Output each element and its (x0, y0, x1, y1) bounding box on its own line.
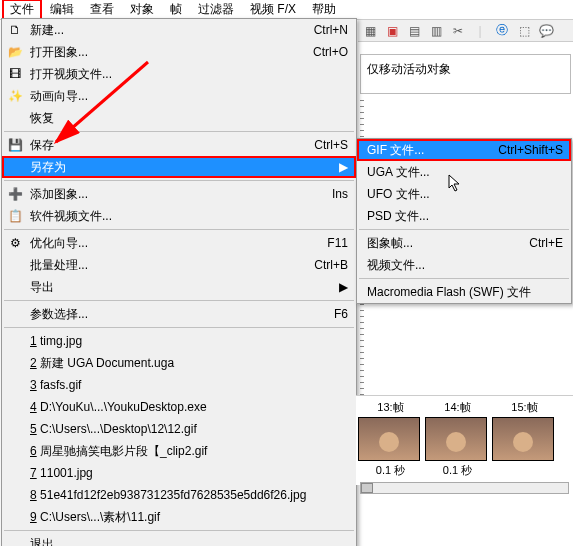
menu-add-image[interactable]: ➕ 添加图象... Ins (2, 183, 356, 205)
tool-chat-icon[interactable]: 💬 (538, 24, 554, 38)
menu-params[interactable]: 参数选择... F6 (2, 303, 356, 325)
blank-icon (6, 110, 24, 126)
soft-icon: 📋 (6, 208, 24, 224)
separator (4, 530, 354, 531)
submenu-ufo[interactable]: UFO 文件... (357, 183, 571, 205)
tool-paste-icon[interactable]: ▥ (428, 24, 444, 38)
blank-icon (6, 159, 24, 175)
submenu-image-frame[interactable]: 图象帧... Ctrl+E (357, 232, 571, 254)
save-as-submenu: GIF 文件... Ctrl+Shift+S UGA 文件... UFO 文件.… (356, 138, 572, 304)
status-text: 仅移动活动对象 (360, 54, 571, 94)
menu-batch[interactable]: 批量处理... Ctrl+B (2, 254, 356, 276)
recent-6[interactable]: 6 周星驰搞笑电影片段【_clip2.gif (2, 440, 356, 462)
menu-anim-wizard[interactable]: ✨ 动画向导... (2, 85, 356, 107)
toolbar: ▦ ▣ ▤ ▥ ✂ | ⓔ ⬚ 💬 (358, 20, 573, 42)
recent-9[interactable]: 9 C:\Users\...\素材\11.gif (2, 506, 356, 528)
menu-filter[interactable]: 过滤器 (190, 0, 242, 20)
menu-edit[interactable]: 编辑 (42, 0, 82, 20)
optimize-icon: ⚙ (6, 235, 24, 251)
tool-window-icon[interactable]: ▣ (384, 24, 400, 38)
tool-sep: | (472, 24, 488, 38)
video-icon: 🎞 (6, 66, 24, 82)
save-icon: 💾 (6, 137, 24, 153)
recent-5[interactable]: 5 C:\Users\...\Desktop\12\12.gif (2, 418, 356, 440)
menu-new[interactable]: 🗋 新建... Ctrl+N (2, 19, 356, 41)
blank-icon (6, 536, 24, 546)
menu-open-image[interactable]: 📂 打开图象... Ctrl+O (2, 41, 356, 63)
menu-help[interactable]: 帮助 (304, 0, 344, 20)
blank-icon (6, 257, 24, 273)
menu-restore[interactable]: 恢复 (2, 107, 356, 129)
blank-icon (6, 306, 24, 322)
menu-videofx[interactable]: 视频 F/X (242, 0, 304, 20)
frame-thumb[interactable]: 15:帧 (492, 398, 557, 463)
scrollbar-thumb[interactable] (361, 483, 373, 493)
frame-thumb[interactable]: 13:帧 0.1 秒 (358, 398, 423, 478)
menu-optimize[interactable]: ⚙ 优化向导... F11 (2, 232, 356, 254)
menu-export[interactable]: 导出 ▶ (2, 276, 356, 298)
open-icon: 📂 (6, 44, 24, 60)
separator (359, 229, 569, 230)
submenu-uga[interactable]: UGA 文件... (357, 161, 571, 183)
submenu-swf[interactable]: Macromedia Flash (SWF) 文件 (357, 281, 571, 303)
separator (4, 300, 354, 301)
frame-thumbnails: 13:帧 0.1 秒 14:帧 0.1 秒 15:帧 (356, 395, 573, 485)
separator (4, 131, 354, 132)
menu-frame[interactable]: 帧 (162, 0, 190, 20)
recent-2[interactable]: 2 新建 UGA Document.uga (2, 352, 356, 374)
menu-view[interactable]: 查看 (82, 0, 122, 20)
file-menu-dropdown: 🗋 新建... Ctrl+N 📂 打开图象... Ctrl+O 🎞 打开视频文件… (1, 18, 357, 546)
recent-3[interactable]: 3 fasfs.gif (2, 374, 356, 396)
tool-ie-icon[interactable]: ⓔ (494, 22, 510, 39)
recent-7[interactable]: 7 11001.jpg (2, 462, 356, 484)
submenu-video[interactable]: 视频文件... (357, 254, 571, 276)
tool-cut-icon[interactable]: ✂ (450, 24, 466, 38)
menu-save[interactable]: 💾 保存 Ctrl+S (2, 134, 356, 156)
tool-copy-icon[interactable]: ▤ (406, 24, 422, 38)
new-icon: 🗋 (6, 22, 24, 38)
submenu-arrow-icon: ▶ (338, 280, 348, 294)
blank-icon (6, 279, 24, 295)
thumb-image (358, 417, 420, 461)
separator (4, 229, 354, 230)
recent-1[interactable]: 1 timg.jpg (2, 330, 356, 352)
horizontal-scrollbar[interactable] (360, 482, 569, 494)
separator (4, 180, 354, 181)
submenu-gif[interactable]: GIF 文件... Ctrl+Shift+S (357, 139, 571, 161)
thumb-image (425, 417, 487, 461)
separator (4, 327, 354, 328)
wizard-icon: ✨ (6, 88, 24, 104)
menu-open-video[interactable]: 🎞 打开视频文件... (2, 63, 356, 85)
menubar: 文件 编辑 查看 对象 帧 过滤器 视频 F/X 帮助 (0, 0, 573, 20)
add-icon: ➕ (6, 186, 24, 202)
submenu-arrow-icon: ▶ (338, 160, 348, 174)
frame-thumb[interactable]: 14:帧 0.1 秒 (425, 398, 490, 478)
submenu-psd[interactable]: PSD 文件... (357, 205, 571, 227)
menu-file[interactable]: 文件 (2, 0, 42, 20)
recent-4[interactable]: 4 D:\YouKu\...\YoukuDesktop.exe (2, 396, 356, 418)
thumb-image (492, 417, 554, 461)
menu-save-as[interactable]: 另存为 ▶ (2, 156, 356, 178)
menu-exit[interactable]: 退出 (2, 533, 356, 546)
tool-grid-icon[interactable]: ▦ (362, 24, 378, 38)
recent-8[interactable]: 8 51e41fd12f2eb938731235fd7628535e5dd6f2… (2, 484, 356, 506)
menu-object[interactable]: 对象 (122, 0, 162, 20)
separator (359, 278, 569, 279)
tool-stop-icon[interactable]: ⬚ (516, 24, 532, 38)
menu-soft-video[interactable]: 📋 软件视频文件... (2, 205, 356, 227)
